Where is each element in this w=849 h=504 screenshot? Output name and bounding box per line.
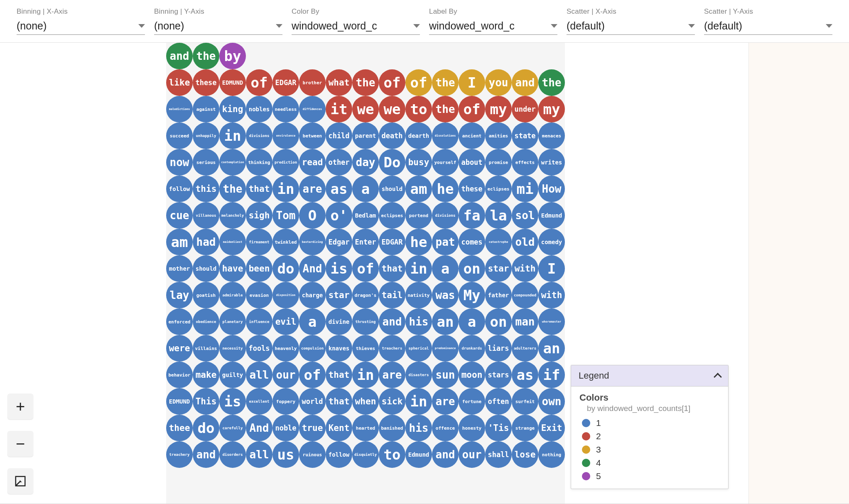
bubble[interactable]: EDGAR: [272, 69, 299, 96]
bubble[interactable]: of: [246, 69, 272, 96]
bubble[interactable]: admirable: [219, 282, 246, 308]
bubble[interactable]: Tom: [272, 202, 299, 229]
bubble[interactable]: of: [352, 255, 379, 282]
bubble[interactable]: stars: [485, 362, 512, 388]
bubble[interactable]: 'Tis: [485, 415, 512, 441]
bubble[interactable]: cue: [166, 202, 193, 229]
bubble[interactable]: I: [538, 255, 565, 282]
bubble[interactable]: evil: [272, 308, 299, 335]
bubble[interactable]: envirulence: [272, 122, 299, 149]
bubble[interactable]: adulterers: [512, 335, 538, 362]
bubble[interactable]: How: [538, 176, 565, 202]
bubble[interactable]: nobles: [246, 96, 272, 122]
bubble[interactable]: sun: [432, 362, 459, 388]
bubble[interactable]: I: [459, 69, 485, 96]
bubble[interactable]: nativity: [405, 282, 432, 308]
dropdown-value-row[interactable]: (none): [154, 18, 282, 35]
bubble[interactable]: his: [405, 415, 432, 441]
bubble[interactable]: what: [326, 69, 352, 96]
bubble[interactable]: is: [326, 255, 352, 282]
legend-item[interactable]: 3: [582, 445, 720, 455]
bubble[interactable]: behavior: [166, 362, 193, 388]
bubble[interactable]: a: [352, 176, 379, 202]
bubble[interactable]: hearted: [352, 415, 379, 441]
bubble[interactable]: offence: [432, 415, 459, 441]
bubble[interactable]: was: [432, 282, 459, 308]
bubble[interactable]: Edgar: [326, 229, 352, 255]
bubble[interactable]: dearth: [405, 122, 432, 149]
bubble[interactable]: EDMUND: [219, 69, 246, 96]
bubble[interactable]: follow: [326, 441, 352, 468]
bubble[interactable]: lay: [166, 282, 193, 308]
bubble[interactable]: that: [379, 255, 405, 282]
bubble[interactable]: now: [166, 149, 193, 176]
bubble[interactable]: all: [246, 441, 272, 468]
bubble[interactable]: eclipses: [485, 176, 512, 202]
bubble[interactable]: villanous: [193, 202, 219, 229]
bubble[interactable]: he: [432, 176, 459, 202]
bubble[interactable]: fortune: [459, 388, 485, 415]
bubble[interactable]: tail: [379, 282, 405, 308]
bubble[interactable]: our: [272, 362, 299, 388]
bubble[interactable]: thrusting: [352, 308, 379, 335]
bubble[interactable]: it: [326, 96, 352, 122]
bubble[interactable]: obedience: [193, 308, 219, 335]
bubble[interactable]: star: [485, 255, 512, 282]
bubble[interactable]: other: [326, 149, 352, 176]
bubble[interactable]: child: [326, 122, 352, 149]
bubble[interactable]: Enter: [352, 229, 379, 255]
bubble[interactable]: comes: [459, 229, 485, 255]
bubble[interactable]: king: [219, 96, 246, 122]
bubble[interactable]: you: [485, 69, 512, 96]
bubble[interactable]: liars: [485, 335, 512, 362]
bubble[interactable]: busy: [405, 149, 432, 176]
bubble[interactable]: disquietly: [352, 441, 379, 468]
legend-item[interactable]: 5: [582, 471, 720, 481]
bubble[interactable]: the: [219, 176, 246, 202]
bubble[interactable]: surfeit: [512, 388, 538, 415]
bubble[interactable]: goatish: [193, 282, 219, 308]
bubble[interactable]: as: [326, 176, 352, 202]
bubble[interactable]: if: [538, 362, 565, 388]
bubble[interactable]: under: [512, 96, 538, 122]
bubble[interactable]: knaves: [326, 335, 352, 362]
bubble[interactable]: father: [485, 282, 512, 308]
bubble[interactable]: we: [379, 96, 405, 122]
bubble[interactable]: we: [352, 96, 379, 122]
bubble[interactable]: whoremaster: [538, 308, 565, 335]
bubble[interactable]: heavenly: [272, 335, 299, 362]
bubble[interactable]: moon: [459, 362, 485, 388]
legend-item[interactable]: 4: [582, 458, 720, 468]
bubble[interactable]: charge: [299, 282, 326, 308]
bubble[interactable]: my: [485, 96, 512, 122]
bubble[interactable]: world: [299, 388, 326, 415]
bubble[interactable]: death: [379, 122, 405, 149]
bubble[interactable]: all: [246, 362, 272, 388]
bubble[interactable]: thieves: [352, 335, 379, 362]
bubble[interactable]: against: [193, 96, 219, 122]
dropdown-scatter-x[interactable]: Scatter | X-Axis (default): [567, 7, 695, 42]
bubble[interactable]: compounded: [512, 282, 538, 308]
bubble[interactable]: sick: [379, 388, 405, 415]
bubble[interactable]: la: [485, 202, 512, 229]
bubble[interactable]: serious: [193, 149, 219, 176]
bubble[interactable]: pat: [432, 229, 459, 255]
bubble[interactable]: contemplation: [219, 149, 246, 176]
bubble[interactable]: treachery: [166, 441, 193, 468]
bubble[interactable]: are: [432, 388, 459, 415]
bubble[interactable]: sol: [512, 202, 538, 229]
bubble[interactable]: with: [512, 255, 538, 282]
bubble[interactable]: carefully: [219, 415, 246, 441]
bubble[interactable]: And: [246, 415, 272, 441]
bubble[interactable]: of: [405, 69, 432, 96]
bubble[interactable]: amities: [485, 122, 512, 149]
bubble[interactable]: in: [352, 362, 379, 388]
bubble[interactable]: menaces: [538, 122, 565, 149]
bubble[interactable]: a: [299, 308, 326, 335]
bubble[interactable]: day: [352, 149, 379, 176]
bubble[interactable]: of: [379, 69, 405, 96]
zoom-out-button[interactable]: −: [7, 431, 33, 457]
bubble[interactable]: he: [405, 229, 432, 255]
bubble[interactable]: effects: [512, 149, 538, 176]
legend-item[interactable]: 1: [582, 418, 720, 428]
